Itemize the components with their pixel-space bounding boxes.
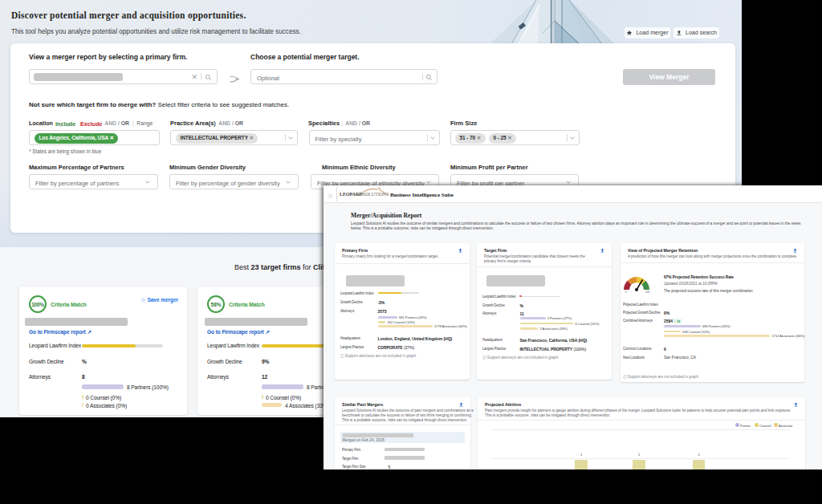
svg-text:0: 0: [625, 291, 627, 293]
svg-text:100: 100: [645, 291, 649, 293]
